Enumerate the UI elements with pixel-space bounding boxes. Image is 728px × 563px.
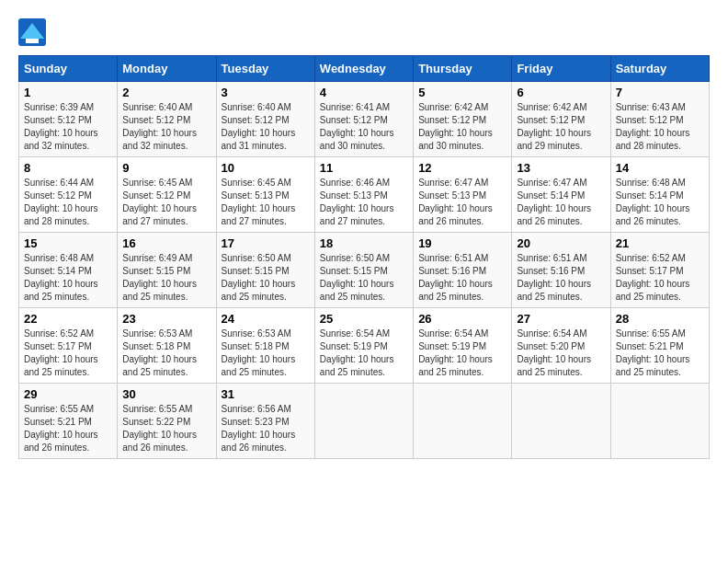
day-number: 8 xyxy=(24,161,112,175)
day-cell-24: 24Sunrise: 6:53 AMSunset: 5:18 PMDayligh… xyxy=(216,308,314,384)
col-header-wednesday: Wednesday xyxy=(314,56,413,82)
day-number: 10 xyxy=(222,161,310,175)
day-number: 15 xyxy=(24,236,112,250)
col-header-friday: Friday xyxy=(512,56,610,82)
day-cell-26: 26Sunrise: 6:54 AMSunset: 5:19 PMDayligh… xyxy=(414,308,512,384)
day-number: 1 xyxy=(24,86,112,99)
day-cell-3: 3Sunrise: 6:40 AMSunset: 5:12 PMDaylight… xyxy=(216,82,314,157)
day-info: Sunrise: 6:52 AMSunset: 5:17 PMDaylight:… xyxy=(616,252,704,304)
calendar-week-2: 8Sunrise: 6:44 AMSunset: 5:12 PMDaylight… xyxy=(19,157,710,233)
day-cell-5: 5Sunrise: 6:42 AMSunset: 5:12 PMDaylight… xyxy=(414,82,512,157)
empty-cell xyxy=(314,384,413,459)
day-info: Sunrise: 6:56 AMSunset: 5:23 PMDaylight:… xyxy=(222,403,310,454)
day-cell-12: 12Sunrise: 6:47 AMSunset: 5:13 PMDayligh… xyxy=(414,157,512,233)
day-cell-6: 6Sunrise: 6:42 AMSunset: 5:12 PMDaylight… xyxy=(512,82,610,157)
day-number: 29 xyxy=(24,387,112,401)
day-number: 21 xyxy=(616,236,704,250)
calendar-header-row: SundayMondayTuesdayWednesdayThursdayFrid… xyxy=(19,56,710,82)
day-number: 19 xyxy=(418,236,506,250)
day-number: 18 xyxy=(320,236,408,250)
day-number: 7 xyxy=(616,86,704,99)
day-cell-30: 30Sunrise: 6:55 AMSunset: 5:22 PMDayligh… xyxy=(118,384,216,459)
day-info: Sunrise: 6:44 AMSunset: 5:12 PMDaylight:… xyxy=(24,177,112,228)
day-info: Sunrise: 6:43 AMSunset: 5:12 PMDaylight:… xyxy=(616,101,704,153)
day-cell-9: 9Sunrise: 6:45 AMSunset: 5:12 PMDaylight… xyxy=(118,157,216,233)
day-info: Sunrise: 6:55 AMSunset: 5:21 PMDaylight:… xyxy=(616,327,704,379)
calendar-table: SundayMondayTuesdayWednesdayThursdayFrid… xyxy=(18,55,710,459)
col-header-thursday: Thursday xyxy=(414,56,512,82)
day-number: 23 xyxy=(122,312,210,326)
day-info: Sunrise: 6:45 AMSunset: 5:12 PMDaylight:… xyxy=(122,177,210,228)
day-info: Sunrise: 6:39 AMSunset: 5:12 PMDaylight:… xyxy=(24,101,112,153)
page-header xyxy=(18,18,710,46)
day-info: Sunrise: 6:51 AMSunset: 5:16 PMDaylight:… xyxy=(517,252,605,304)
empty-cell xyxy=(512,384,610,459)
svg-rect-2 xyxy=(26,39,39,43)
day-info: Sunrise: 6:50 AMSunset: 5:15 PMDaylight:… xyxy=(222,252,310,304)
day-cell-2: 2Sunrise: 6:40 AMSunset: 5:12 PMDaylight… xyxy=(118,82,216,157)
day-number: 28 xyxy=(616,312,704,326)
day-cell-23: 23Sunrise: 6:53 AMSunset: 5:18 PMDayligh… xyxy=(118,308,216,384)
day-info: Sunrise: 6:52 AMSunset: 5:17 PMDaylight:… xyxy=(24,327,112,379)
calendar-week-3: 15Sunrise: 6:48 AMSunset: 5:14 PMDayligh… xyxy=(19,233,710,308)
day-number: 25 xyxy=(320,312,408,326)
day-info: Sunrise: 6:48 AMSunset: 5:14 PMDaylight:… xyxy=(24,252,112,304)
day-number: 6 xyxy=(517,86,605,99)
day-number: 27 xyxy=(517,312,605,326)
day-number: 31 xyxy=(222,387,310,401)
day-number: 22 xyxy=(24,312,112,326)
empty-cell xyxy=(414,384,512,459)
day-cell-25: 25Sunrise: 6:54 AMSunset: 5:19 PMDayligh… xyxy=(314,308,413,384)
day-cell-11: 11Sunrise: 6:46 AMSunset: 5:13 PMDayligh… xyxy=(314,157,413,233)
day-info: Sunrise: 6:50 AMSunset: 5:15 PMDaylight:… xyxy=(320,252,408,304)
day-info: Sunrise: 6:47 AMSunset: 5:14 PMDaylight:… xyxy=(517,177,605,228)
day-cell-1: 1Sunrise: 6:39 AMSunset: 5:12 PMDaylight… xyxy=(19,82,118,157)
day-number: 24 xyxy=(222,312,310,326)
calendar-body: 1Sunrise: 6:39 AMSunset: 5:12 PMDaylight… xyxy=(19,82,710,459)
col-header-saturday: Saturday xyxy=(610,56,709,82)
day-info: Sunrise: 6:53 AMSunset: 5:18 PMDaylight:… xyxy=(222,327,310,379)
day-number: 17 xyxy=(222,236,310,250)
day-cell-15: 15Sunrise: 6:48 AMSunset: 5:14 PMDayligh… xyxy=(19,233,118,308)
day-number: 3 xyxy=(222,86,310,99)
day-cell-17: 17Sunrise: 6:50 AMSunset: 5:15 PMDayligh… xyxy=(216,233,314,308)
day-number: 9 xyxy=(122,161,210,175)
day-cell-13: 13Sunrise: 6:47 AMSunset: 5:14 PMDayligh… xyxy=(512,157,610,233)
day-number: 2 xyxy=(122,86,210,99)
day-info: Sunrise: 6:55 AMSunset: 5:22 PMDaylight:… xyxy=(122,403,210,454)
day-cell-20: 20Sunrise: 6:51 AMSunset: 5:16 PMDayligh… xyxy=(512,233,610,308)
day-number: 26 xyxy=(418,312,506,326)
day-info: Sunrise: 6:40 AMSunset: 5:12 PMDaylight:… xyxy=(222,101,310,153)
day-cell-8: 8Sunrise: 6:44 AMSunset: 5:12 PMDaylight… xyxy=(19,157,118,233)
logo xyxy=(18,18,50,46)
day-number: 13 xyxy=(517,161,605,175)
day-info: Sunrise: 6:46 AMSunset: 5:13 PMDaylight:… xyxy=(320,177,408,228)
day-cell-31: 31Sunrise: 6:56 AMSunset: 5:23 PMDayligh… xyxy=(216,384,314,459)
day-number: 30 xyxy=(122,387,210,401)
day-info: Sunrise: 6:42 AMSunset: 5:12 PMDaylight:… xyxy=(517,101,605,153)
day-info: Sunrise: 6:54 AMSunset: 5:19 PMDaylight:… xyxy=(320,327,408,379)
day-info: Sunrise: 6:47 AMSunset: 5:13 PMDaylight:… xyxy=(418,177,506,228)
day-cell-18: 18Sunrise: 6:50 AMSunset: 5:15 PMDayligh… xyxy=(314,233,413,308)
day-number: 11 xyxy=(320,161,408,175)
day-info: Sunrise: 6:41 AMSunset: 5:12 PMDaylight:… xyxy=(320,101,408,153)
col-header-sunday: Sunday xyxy=(19,56,118,82)
day-cell-28: 28Sunrise: 6:55 AMSunset: 5:21 PMDayligh… xyxy=(610,308,709,384)
day-info: Sunrise: 6:40 AMSunset: 5:12 PMDaylight:… xyxy=(122,101,210,153)
day-cell-27: 27Sunrise: 6:54 AMSunset: 5:20 PMDayligh… xyxy=(512,308,610,384)
day-cell-19: 19Sunrise: 6:51 AMSunset: 5:16 PMDayligh… xyxy=(414,233,512,308)
empty-cell xyxy=(610,384,709,459)
day-info: Sunrise: 6:55 AMSunset: 5:21 PMDaylight:… xyxy=(24,403,112,454)
day-cell-7: 7Sunrise: 6:43 AMSunset: 5:12 PMDaylight… xyxy=(610,82,709,157)
day-info: Sunrise: 6:51 AMSunset: 5:16 PMDaylight:… xyxy=(418,252,506,304)
day-info: Sunrise: 6:42 AMSunset: 5:12 PMDaylight:… xyxy=(418,101,506,153)
col-header-tuesday: Tuesday xyxy=(216,56,314,82)
logo-icon xyxy=(18,18,46,46)
calendar-week-5: 29Sunrise: 6:55 AMSunset: 5:21 PMDayligh… xyxy=(19,384,710,459)
day-info: Sunrise: 6:53 AMSunset: 5:18 PMDaylight:… xyxy=(122,327,210,379)
day-cell-14: 14Sunrise: 6:48 AMSunset: 5:14 PMDayligh… xyxy=(610,157,709,233)
col-header-monday: Monday xyxy=(118,56,216,82)
calendar-week-1: 1Sunrise: 6:39 AMSunset: 5:12 PMDaylight… xyxy=(19,82,710,157)
day-info: Sunrise: 6:54 AMSunset: 5:20 PMDaylight:… xyxy=(517,327,605,379)
day-info: Sunrise: 6:49 AMSunset: 5:15 PMDaylight:… xyxy=(122,252,210,304)
